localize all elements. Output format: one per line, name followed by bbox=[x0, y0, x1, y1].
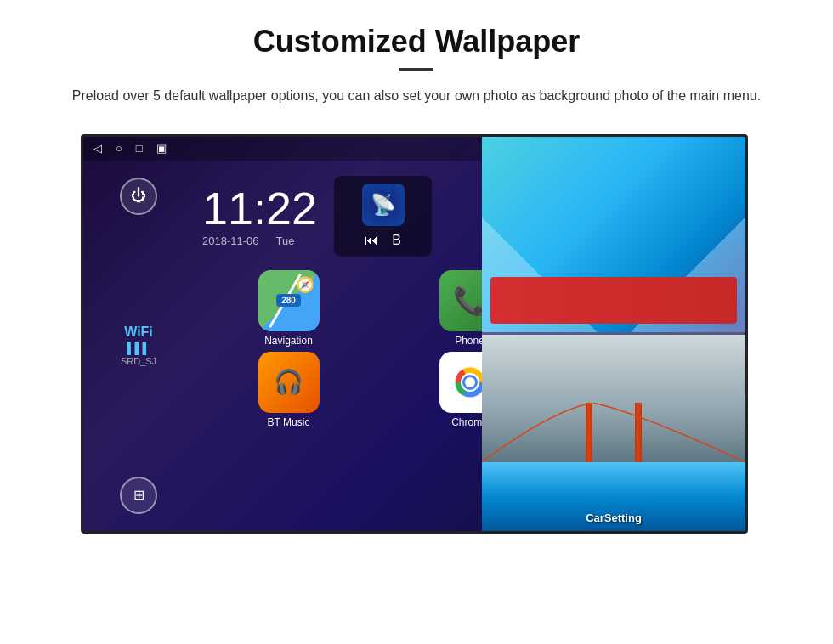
back-nav-icon[interactable]: ◁ bbox=[94, 142, 102, 155]
title-divider bbox=[400, 68, 434, 71]
wallpaper-ice[interactable] bbox=[482, 137, 745, 333]
clock-display: 11:22 2018-11-06 Tue bbox=[202, 185, 317, 247]
wallpaper-panels: CarSetting bbox=[482, 137, 745, 531]
status-bar-left: ◁ ○ □ ▣ bbox=[94, 142, 167, 155]
android-screen: ◁ ○ □ ▣ 📍 ▲ 11:22 ⏻ WiFi ▌▌▌ SR bbox=[81, 134, 748, 534]
bt-music-app-icon[interactable]: 🎧 bbox=[258, 352, 320, 413]
cast-icon: 📡 bbox=[371, 193, 396, 217]
wifi-signal: ▌▌▌ bbox=[121, 342, 156, 354]
page-subtitle: Preload over 5 default wallpaper options… bbox=[68, 85, 765, 107]
media-controls: ⏮ B bbox=[365, 233, 401, 248]
clock-date-row: 2018-11-06 Tue bbox=[202, 234, 317, 247]
sidebar: ⏻ WiFi ▌▌▌ SRD_SJ ⊞ bbox=[83, 161, 194, 531]
navigation-app-icon[interactable]: 280 🧭 bbox=[258, 270, 320, 331]
home-nav-icon[interactable]: ○ bbox=[116, 142, 122, 155]
bluetooth-media-icon: B bbox=[392, 233, 401, 248]
car-image bbox=[490, 277, 737, 324]
page-header: Customized Wallpaper Preload over 5 defa… bbox=[0, 0, 833, 121]
carsetting-label: CarSetting bbox=[482, 511, 745, 524]
phone-app-label: Phone bbox=[455, 335, 484, 347]
bridge-cables bbox=[482, 403, 745, 462]
power-button[interactable]: ⏻ bbox=[120, 178, 157, 215]
bluetooth-icon: 🎧 bbox=[274, 368, 303, 396]
nav-compass-icon: 🧭 bbox=[296, 275, 314, 294]
recents-nav-icon[interactable]: □ bbox=[136, 142, 143, 155]
bt-music-app-label: BT Music bbox=[268, 416, 310, 428]
nav-shield: 280 bbox=[276, 294, 301, 307]
apps-grid-icon: ⊞ bbox=[133, 487, 144, 503]
navigation-app-label: Navigation bbox=[264, 335, 313, 347]
list-item: 280 🧭 Navigation bbox=[201, 270, 377, 347]
wallpaper-bridge[interactable]: CarSetting bbox=[482, 335, 745, 531]
wifi-network: SRD_SJ bbox=[121, 356, 156, 366]
device-container: ◁ ○ □ ▣ 📍 ▲ 11:22 ⏻ WiFi ▌▌▌ SR bbox=[34, 134, 799, 534]
wifi-info: WiFi ▌▌▌ SRD_SJ bbox=[121, 325, 156, 366]
media-icon: 📡 bbox=[362, 184, 405, 226]
screenshot-icon[interactable]: ▣ bbox=[156, 142, 167, 155]
clock-day: Tue bbox=[276, 234, 295, 247]
clock-time: 11:22 bbox=[202, 185, 317, 231]
page-title: Customized Wallpaper bbox=[51, 24, 782, 59]
main-area: ⏻ WiFi ▌▌▌ SRD_SJ ⊞ 11:22 bbox=[83, 161, 745, 531]
power-icon: ⏻ bbox=[131, 187, 146, 205]
svg-point-4 bbox=[465, 377, 475, 387]
list-item: 🎧 BT Music bbox=[201, 352, 377, 428]
skip-back-icon[interactable]: ⏮ bbox=[365, 233, 378, 248]
media-widget: 📡 ⏮ B bbox=[334, 176, 432, 257]
all-apps-button[interactable]: ⊞ bbox=[120, 477, 157, 514]
wifi-label: WiFi bbox=[121, 325, 156, 340]
clock-date: 2018-11-06 bbox=[202, 234, 259, 247]
